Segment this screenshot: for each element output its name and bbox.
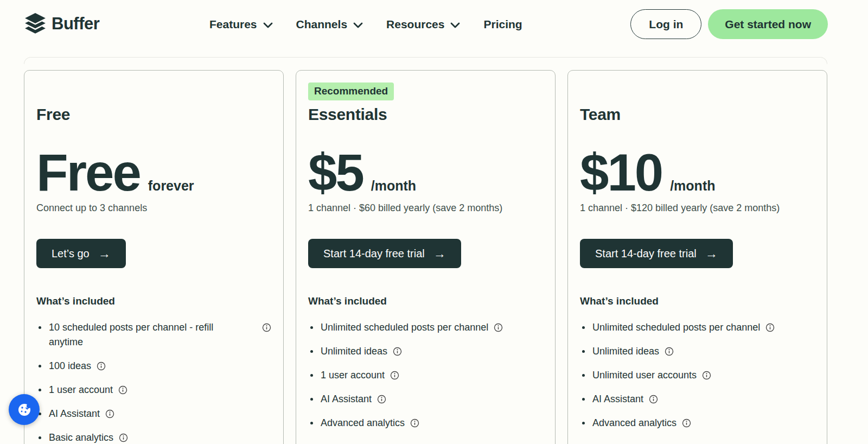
bullet-dot xyxy=(582,422,585,424)
feature-item: Unlimited scheduled posts per channel xyxy=(580,320,815,335)
cta-label: Start 14-day free trial xyxy=(595,248,697,260)
bullet-dot xyxy=(310,374,313,377)
arrow-right-icon: → xyxy=(705,248,718,260)
arrow-right-icon: → xyxy=(433,248,446,260)
info-icon[interactable] xyxy=(665,347,674,356)
feature-list: 10 scheduled posts per channel - refill … xyxy=(36,320,271,444)
bullet-dot xyxy=(582,350,585,353)
plan-name: Team xyxy=(580,105,815,124)
top-nav: Buffer Features Channels Resources Prici… xyxy=(0,0,868,49)
brand-name: Buffer xyxy=(52,14,99,34)
included-title: What’s included xyxy=(308,295,543,307)
badge-slot: Recommended xyxy=(308,83,543,104)
get-started-button[interactable]: Get started now xyxy=(708,9,828,39)
info-icon[interactable] xyxy=(97,361,106,371)
info-icon[interactable] xyxy=(494,323,503,332)
price-row: $10 /month xyxy=(580,148,815,197)
info-icon[interactable] xyxy=(262,323,271,332)
essentials-plan-cta-button[interactable]: Start 14-day free trial → xyxy=(308,239,461,268)
cta-label: Let’s go xyxy=(52,248,90,260)
plan-name: Essentials xyxy=(308,105,543,124)
info-icon[interactable] xyxy=(649,395,658,404)
feature-list: Unlimited scheduled posts per channel Un… xyxy=(308,320,543,430)
arrow-right-icon: → xyxy=(98,248,111,260)
nav-actions: Log in Get started now xyxy=(630,9,828,39)
cookie-icon xyxy=(16,401,33,418)
plan-card-essentials: Recommended Essentials $5 /month 1 chann… xyxy=(296,70,556,444)
login-button[interactable]: Log in xyxy=(630,9,701,39)
feature-item: 1 user account xyxy=(36,383,271,397)
feature-item: 1 user account xyxy=(308,368,543,383)
plan-card-free: Free Free forever Connect up to 3 channe… xyxy=(24,70,284,444)
info-icon[interactable] xyxy=(105,409,114,418)
bullet-dot xyxy=(39,326,41,329)
chevron-down-icon xyxy=(353,22,363,28)
bullet-dot xyxy=(310,422,313,424)
buffer-logo[interactable]: Buffer xyxy=(24,12,99,35)
bullet-dot xyxy=(310,350,313,353)
feature-item: AI Assistant xyxy=(308,392,543,407)
included-title: What’s included xyxy=(580,295,815,307)
main-nav: Features Channels Resources Pricing xyxy=(209,0,522,49)
price-suffix: /month xyxy=(371,178,416,194)
feature-item: 100 ideas xyxy=(36,359,271,373)
info-icon[interactable] xyxy=(119,433,128,442)
info-icon[interactable] xyxy=(393,347,402,356)
info-icon[interactable] xyxy=(390,371,399,380)
price-suffix: /month xyxy=(670,178,715,194)
free-plan-cta-button[interactable]: Let’s go → xyxy=(36,239,126,268)
plan-card-team: Team $10 /month 1 channel · $120 billed … xyxy=(567,70,827,444)
section-divider xyxy=(24,57,827,64)
buffer-logo-icon xyxy=(24,12,47,35)
nav-item-channels[interactable]: Channels xyxy=(296,18,363,31)
info-icon[interactable] xyxy=(377,395,386,404)
nav-item-features[interactable]: Features xyxy=(209,18,273,31)
included-title: What’s included xyxy=(36,295,271,307)
info-icon[interactable] xyxy=(410,418,419,428)
billing-note: 1 channel · $60 billed yearly (save 2 mo… xyxy=(308,202,543,214)
bullet-dot xyxy=(582,398,585,401)
feature-item: Unlimited ideas xyxy=(308,344,543,359)
cookie-settings-button[interactable] xyxy=(9,394,40,425)
billing-note: 1 channel · $120 billed yearly (save 2 m… xyxy=(580,202,815,214)
info-icon[interactable] xyxy=(702,371,711,380)
bullet-dot xyxy=(39,436,41,439)
plan-price: $10 xyxy=(580,148,662,197)
price-row: $5 /month xyxy=(308,148,543,197)
cta-label: Start 14-day free trial xyxy=(323,248,425,260)
billing-note: Connect up to 3 channels xyxy=(36,202,271,214)
bullet-dot xyxy=(582,374,585,377)
bullet-dot xyxy=(39,389,41,391)
feature-item: AI Assistant xyxy=(580,392,815,407)
feature-item: Advanced analytics xyxy=(308,416,543,430)
plan-price: Free xyxy=(36,148,140,197)
bullet-dot xyxy=(39,365,41,367)
pricing-cards: Free Free forever Connect up to 3 channe… xyxy=(24,70,827,444)
feature-item: Basic analytics xyxy=(36,430,271,444)
feature-item: AI Assistant xyxy=(36,407,271,421)
bullet-dot xyxy=(310,326,313,329)
badge-slot xyxy=(580,83,815,104)
nav-item-resources[interactable]: Resources xyxy=(386,18,460,31)
plan-name: Free xyxy=(36,105,271,124)
nav-item-pricing[interactable]: Pricing xyxy=(483,18,522,31)
info-icon[interactable] xyxy=(118,385,127,395)
chevron-down-icon xyxy=(263,22,273,28)
feature-item: Unlimited scheduled posts per channel xyxy=(308,320,543,335)
badge-slot xyxy=(36,83,271,104)
feature-item: Unlimited user accounts xyxy=(580,368,815,383)
plan-price: $5 xyxy=(308,148,363,197)
feature-item: Unlimited ideas xyxy=(580,344,815,359)
recommended-badge: Recommended xyxy=(308,83,394,100)
info-icon[interactable] xyxy=(765,323,775,332)
price-row: Free forever xyxy=(36,148,271,197)
bullet-dot xyxy=(582,326,585,329)
team-plan-cta-button[interactable]: Start 14-day free trial → xyxy=(580,239,733,268)
chevron-down-icon xyxy=(450,22,460,28)
feature-list: Unlimited scheduled posts per channel Un… xyxy=(580,320,815,430)
info-icon[interactable] xyxy=(682,418,691,428)
feature-item: 10 scheduled posts per channel - refill … xyxy=(36,320,271,350)
feature-item: Advanced analytics xyxy=(580,416,815,430)
bullet-dot xyxy=(310,398,313,401)
price-suffix: forever xyxy=(148,178,194,194)
